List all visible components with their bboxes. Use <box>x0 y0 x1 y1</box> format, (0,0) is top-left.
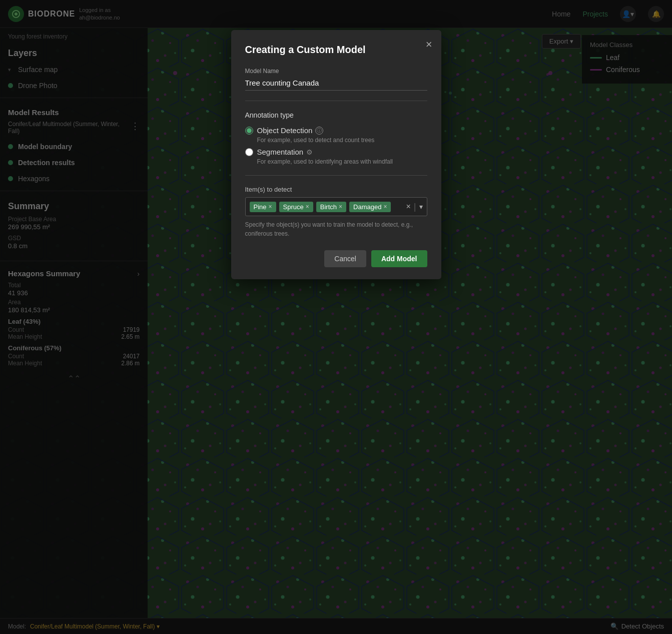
object-detection-label: Object Detection ⓘ <box>257 126 324 135</box>
object-detection-radio[interactable] <box>245 127 253 135</box>
tag-birtch: Birtch × <box>316 202 346 212</box>
model-name-field-label: Model Name <box>245 68 427 75</box>
segmentation-radio-row: Segmentation ⚙ <box>245 148 427 156</box>
tags-dropdown-button[interactable]: ▾ <box>419 203 423 211</box>
cancel-button[interactable]: Cancel <box>324 250 366 267</box>
segmentation-radio[interactable] <box>245 148 253 156</box>
modal-overlay: Creating a Custom Model × Model Name Ann… <box>0 0 672 634</box>
items-to-detect-label: Item(s) to detect <box>245 186 427 193</box>
tag-pine: Pine × <box>250 202 276 212</box>
model-name-input[interactable] <box>245 77 427 91</box>
remove-birtch-button[interactable]: × <box>339 203 342 210</box>
remove-damaged-button[interactable]: × <box>383 203 387 210</box>
segmentation-gear-icon: ⚙ <box>306 148 313 156</box>
tags-input-row[interactable]: Pine × Spruce × Birtch × Damaged × × | ▾ <box>245 197 427 216</box>
tag-damaged: Damaged × <box>349 202 391 212</box>
annotation-type-group: Object Detection ⓘ For example, used to … <box>245 126 427 165</box>
annotation-type-label: Annotation type <box>245 111 427 119</box>
segmentation-desc: For example, used to identifying areas w… <box>257 158 427 165</box>
modal-divider-1 <box>245 101 427 101</box>
object-detection-info-icon[interactable]: ⓘ <box>315 127 323 135</box>
modal-divider-2 <box>245 175 427 176</box>
tag-spruce: Spruce × <box>279 202 313 212</box>
modal-close-button[interactable]: × <box>426 38 432 51</box>
object-detection-radio-row: Object Detection ⓘ <box>245 126 427 135</box>
items-desc: Specify the object(s) you want to train … <box>245 220 427 238</box>
segmentation-label: Segmentation ⚙ <box>257 148 313 156</box>
remove-spruce-button[interactable]: × <box>306 203 309 210</box>
create-model-modal: Creating a Custom Model × Model Name Ann… <box>231 30 441 279</box>
items-section: Item(s) to detect Pine × Spruce × Birtch… <box>245 186 427 238</box>
remove-pine-button[interactable]: × <box>269 203 272 210</box>
clear-tags-button[interactable]: × <box>406 202 410 211</box>
modal-title: Creating a Custom Model <box>245 44 427 56</box>
add-model-button[interactable]: Add Model <box>371 250 427 267</box>
object-detection-desc: For example, used to detect and count tr… <box>257 137 427 144</box>
modal-footer: Cancel Add Model <box>245 250 427 267</box>
